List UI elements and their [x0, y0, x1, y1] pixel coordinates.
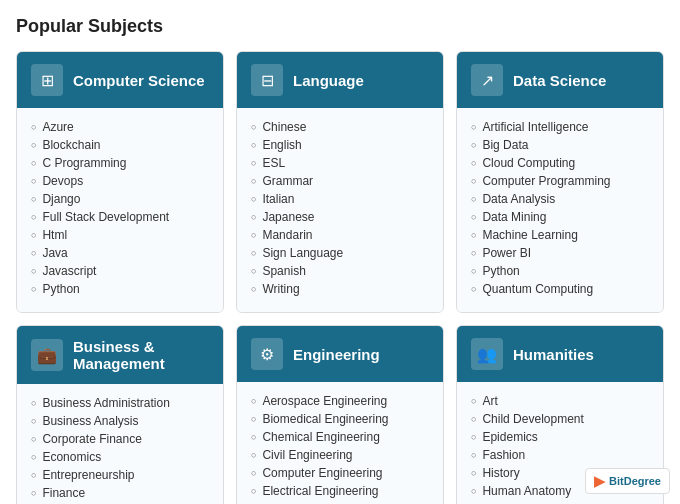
list-item[interactable]: Aerospace Engineering [251, 392, 429, 410]
list-item[interactable]: Economics [31, 448, 209, 466]
list-item[interactable]: Epidemics [471, 428, 649, 446]
card-header-engineering[interactable]: ⚙Engineering [237, 326, 443, 382]
list-item[interactable]: Japanese [251, 208, 429, 226]
list-item[interactable]: Electrical Engineering [251, 482, 429, 500]
language-icon: ⊟ [251, 64, 283, 96]
list-item[interactable]: Power BI [471, 244, 649, 262]
humanities-icon: 👥 [471, 338, 503, 370]
engineering-icon: ⚙ [251, 338, 283, 370]
card-business-management: 💼Business & ManagementBusiness Administr… [16, 325, 224, 504]
list-item[interactable]: Italian [251, 190, 429, 208]
list-item[interactable]: Grammar [251, 172, 429, 190]
list-item[interactable]: Business Analysis [31, 412, 209, 430]
card-header-computer-science[interactable]: ⊞Computer Science [17, 52, 223, 108]
list-item[interactable]: Spanish [251, 262, 429, 280]
list-item[interactable]: Data Analysis [471, 190, 649, 208]
language-list: ChineseEnglishESLGrammarItalianJapaneseM… [251, 118, 429, 298]
list-item[interactable]: Business Administration [31, 394, 209, 412]
card-language: ⊟LanguageChineseEnglishESLGrammarItalian… [236, 51, 444, 313]
list-item[interactable]: Django [31, 190, 209, 208]
card-header-data-science[interactable]: ↗Data Science [457, 52, 663, 108]
humanities-title: Humanities [513, 346, 594, 363]
list-item[interactable]: Full Stack Development [31, 208, 209, 226]
list-item[interactable]: Quantum Computing [471, 280, 649, 298]
list-item[interactable]: Machine Learning [471, 226, 649, 244]
card-body-engineering: Aerospace EngineeringBiomedical Engineer… [237, 382, 443, 504]
list-item[interactable]: Chinese [251, 118, 429, 136]
data-science-list: Artificial IntelligenceBig DataCloud Com… [471, 118, 649, 298]
card-body-language: ChineseEnglishESLGrammarItalianJapaneseM… [237, 108, 443, 312]
list-item[interactable]: Java [31, 244, 209, 262]
list-item[interactable]: Javascript [31, 262, 209, 280]
list-item[interactable]: Artificial Intelligence [471, 118, 649, 136]
list-item[interactable]: Corporate Finance [31, 430, 209, 448]
engineering-list: Aerospace EngineeringBiomedical Engineer… [251, 392, 429, 504]
data-science-title: Data Science [513, 72, 606, 89]
list-item[interactable]: Computer Programming [471, 172, 649, 190]
list-item[interactable]: Fashion [471, 446, 649, 464]
subjects-grid: ⊞Computer ScienceAzureBlockchainC Progra… [16, 51, 664, 504]
card-header-business-management[interactable]: 💼Business & Management [17, 326, 223, 384]
bitdegree-icon: ▶ [594, 473, 605, 489]
list-item[interactable]: Industrial Engineering [251, 500, 429, 504]
computer-science-list: AzureBlockchainC ProgrammingDevopsDjango… [31, 118, 209, 298]
list-item[interactable]: Azure [31, 118, 209, 136]
list-item[interactable]: Chemical Engineering [251, 428, 429, 446]
list-item[interactable]: Cloud Computing [471, 154, 649, 172]
card-data-science: ↗Data ScienceArtificial IntelligenceBig … [456, 51, 664, 313]
list-item[interactable]: Civil Engineering [251, 446, 429, 464]
list-item[interactable]: Computer Engineering [251, 464, 429, 482]
card-header-humanities[interactable]: 👥Humanities [457, 326, 663, 382]
business-management-list: Business AdministrationBusiness Analysis… [31, 394, 209, 504]
business-management-title: Business & Management [73, 338, 209, 372]
card-header-language[interactable]: ⊟Language [237, 52, 443, 108]
computer-science-title: Computer Science [73, 72, 205, 89]
engineering-title: Engineering [293, 346, 380, 363]
list-item[interactable]: Python [471, 262, 649, 280]
language-title: Language [293, 72, 364, 89]
list-item[interactable]: Art [471, 392, 649, 410]
list-item[interactable]: Big Data [471, 136, 649, 154]
list-item[interactable]: English [251, 136, 429, 154]
list-item[interactable]: Writing [251, 280, 429, 298]
list-item[interactable]: Blockchain [31, 136, 209, 154]
list-item[interactable]: Data Mining [471, 208, 649, 226]
business-management-icon: 💼 [31, 339, 63, 371]
computer-science-icon: ⊞ [31, 64, 63, 96]
list-item[interactable]: Entrepreneurship [31, 466, 209, 484]
bitdegree-label: BitDegree [609, 475, 661, 487]
list-item[interactable]: Biomedical Engineering [251, 410, 429, 428]
card-body-data-science: Artificial IntelligenceBig DataCloud Com… [457, 108, 663, 312]
list-item[interactable]: ESL [251, 154, 429, 172]
data-science-icon: ↗ [471, 64, 503, 96]
list-item[interactable]: Finance [31, 484, 209, 502]
page-title: Popular Subjects [16, 16, 664, 37]
card-body-computer-science: AzureBlockchainC ProgrammingDevopsDjango… [17, 108, 223, 312]
list-item[interactable]: Python [31, 280, 209, 298]
card-engineering: ⚙EngineeringAerospace EngineeringBiomedi… [236, 325, 444, 504]
list-item[interactable]: Child Development [471, 410, 649, 428]
bitdegree-badge: ▶ BitDegree [585, 468, 670, 494]
card-body-business-management: Business AdministrationBusiness Analysis… [17, 384, 223, 504]
list-item[interactable]: Literature [471, 500, 649, 504]
list-item[interactable]: Mandarin [251, 226, 429, 244]
list-item[interactable]: C Programming [31, 154, 209, 172]
list-item[interactable]: Sign Language [251, 244, 429, 262]
list-item[interactable]: Devops [31, 172, 209, 190]
list-item[interactable]: Html [31, 226, 209, 244]
card-computer-science: ⊞Computer ScienceAzureBlockchainC Progra… [16, 51, 224, 313]
